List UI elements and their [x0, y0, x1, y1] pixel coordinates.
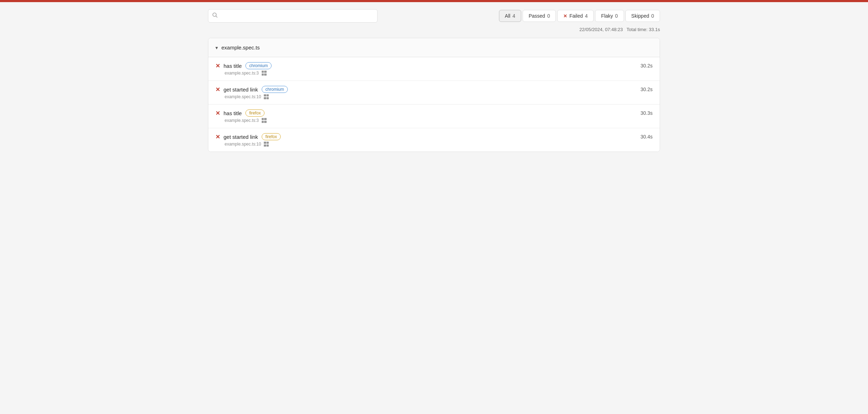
toolbar: All 4 Passed 0 ✕ Failed 4 Flaky 0 Skippe… [208, 9, 660, 23]
filter-passed-label: Passed [529, 13, 545, 19]
file-ref: example.spec.ts:10 [225, 142, 261, 147]
filter-passed-count: 0 [547, 13, 550, 19]
filter-skipped-label: Skipped [631, 13, 649, 19]
grid-icon [264, 142, 269, 147]
test-row[interactable]: ✕ get started link chromium 30.2s exampl… [208, 81, 660, 105]
timestamp-row: 22/05/2024, 07:48:23 Total time: 33.1s [208, 27, 660, 32]
filter-skipped-count: 0 [651, 13, 654, 19]
fail-icon: ✕ [215, 63, 220, 69]
filter-failed-label: Failed [569, 13, 583, 19]
test-row[interactable]: ✕ get started link firefox 30.4s example… [208, 128, 660, 152]
test-row[interactable]: ✕ has title chromium 30.2s example.spec.… [208, 57, 660, 81]
total-time: Total time: 33.1s [626, 27, 660, 32]
search-input[interactable] [208, 9, 377, 23]
grid-icon [262, 118, 267, 123]
test-name: get started link [224, 87, 258, 93]
filter-all-label: All [505, 13, 511, 19]
file-ref: example.spec.ts:10 [225, 94, 261, 99]
test-duration: 30.4s [641, 134, 653, 140]
browser-badge-chromium: chromium [245, 62, 272, 69]
filter-passed-button[interactable]: Passed 0 [523, 10, 556, 22]
chevron-down-icon: ▾ [215, 45, 218, 51]
browser-badge-firefox: firefox [262, 133, 281, 140]
grid-icon [264, 94, 269, 99]
fail-icon: ✕ [215, 110, 220, 117]
file-ref: example.spec.ts:3 [225, 71, 259, 76]
filter-all-count: 4 [512, 13, 515, 19]
spec-container: ▾ example.spec.ts ✕ has title chromium 3… [208, 38, 660, 152]
filter-flaky-button[interactable]: Flaky 0 [595, 10, 624, 22]
test-duration: 30.2s [641, 63, 653, 69]
filter-skipped-button[interactable]: Skipped 0 [625, 10, 660, 22]
search-container [208, 9, 377, 23]
test-name: get started link [224, 134, 258, 140]
filter-flaky-label: Flaky [601, 13, 613, 19]
filter-all-button[interactable]: All 4 [499, 10, 521, 22]
browser-badge-firefox: firefox [245, 110, 265, 117]
grid-icon [262, 71, 267, 76]
filter-flaky-count: 0 [615, 13, 618, 19]
test-duration: 30.2s [641, 87, 653, 92]
test-name: has title [224, 63, 242, 69]
spec-header[interactable]: ▾ example.spec.ts [208, 38, 660, 57]
filter-failed-button[interactable]: ✕ Failed 4 [557, 10, 594, 22]
failed-x-icon: ✕ [563, 13, 567, 19]
test-row[interactable]: ✕ has title firefox 30.3s example.spec.t… [208, 105, 660, 128]
test-name: has title [224, 110, 242, 116]
fail-icon: ✕ [215, 86, 220, 93]
filter-buttons: All 4 Passed 0 ✕ Failed 4 Flaky 0 Skippe… [499, 10, 660, 22]
filter-failed-count: 4 [585, 13, 588, 19]
test-duration: 30.3s [641, 110, 653, 116]
svg-line-1 [216, 16, 218, 18]
fail-icon: ✕ [215, 134, 220, 140]
search-icon [212, 12, 218, 19]
timestamp: 22/05/2024, 07:48:23 [579, 27, 623, 32]
file-ref: example.spec.ts:3 [225, 118, 259, 123]
browser-badge-chromium: chromium [262, 86, 288, 93]
spec-filename: example.spec.ts [221, 45, 260, 51]
